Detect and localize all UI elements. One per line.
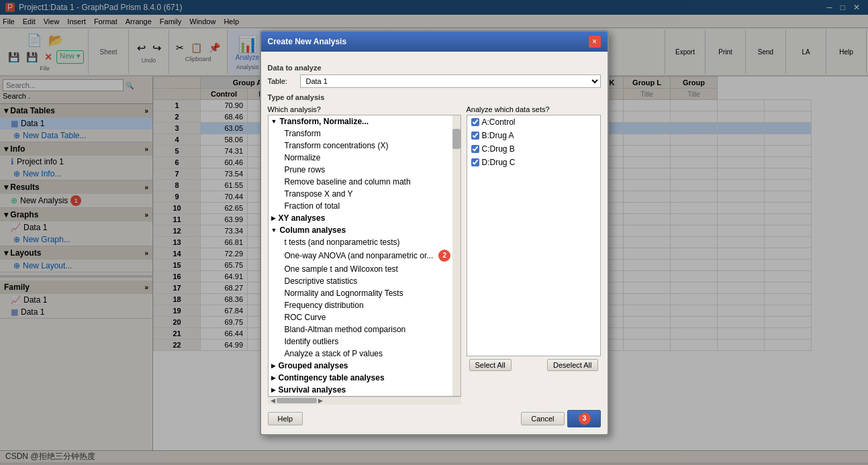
- tree-item[interactable]: Frequency distribution: [269, 299, 461, 311]
- table-label: Table:: [268, 77, 295, 85]
- dialog-buttons-row: Help Cancel 3: [268, 410, 601, 427]
- dialog-overlay: Create New Analysis × Data to analyze Ta…: [0, 0, 868, 465]
- datasets-col: Analyze which data sets? A:Control B:Dru…: [467, 105, 601, 405]
- analysis-tree[interactable]: ▼ Transform, Normalize...TransformTransf…: [268, 115, 461, 397]
- dataset-checkbox[interactable]: [471, 145, 479, 153]
- analysis-tree-col: Which analysis? ▼ Transform, Normalize..…: [268, 105, 461, 405]
- tree-item[interactable]: Prune rows: [269, 164, 461, 176]
- create-analysis-dialog: Create New Analysis × Data to analyze Ta…: [260, 30, 609, 435]
- scroll-right-btn[interactable]: ▶: [317, 397, 324, 404]
- tree-item[interactable]: Transpose X and Y: [269, 188, 461, 200]
- tree-item[interactable]: ▶ Contingency table analyses: [269, 372, 461, 384]
- data-to-analyze-label: Data to analyze: [268, 64, 601, 72]
- tree-item[interactable]: Transform: [269, 127, 461, 140]
- h-scrollbar: ◀ ▶: [268, 397, 461, 405]
- tree-item[interactable]: Remove baseline and column math: [269, 176, 461, 188]
- scroll-left-btn[interactable]: ◀: [269, 397, 277, 404]
- h-scroll-thumb: [277, 398, 317, 403]
- help-button[interactable]: Help: [268, 412, 303, 425]
- dataset-checkbox[interactable]: [471, 158, 479, 166]
- analyze-which-label: Analyze which data sets?: [467, 105, 601, 113]
- ok-badge: 3: [579, 413, 591, 425]
- table-select-row: Table: Data 1: [268, 74, 601, 88]
- tree-item[interactable]: Analyze a stack of P values: [269, 348, 461, 360]
- tree-scrollbar[interactable]: [452, 115, 461, 396]
- tree-scroll-thumb: [452, 129, 461, 149]
- dataset-item[interactable]: A:Control: [467, 115, 600, 129]
- dialog-two-col: Which analysis? ▼ Transform, Normalize..…: [268, 105, 601, 405]
- tree-item[interactable]: ▶ Grouped analyses: [269, 360, 461, 372]
- datasets-bottom: Select All Deselect All: [467, 356, 601, 374]
- tree-item[interactable]: One sample t and Wilcoxon test: [269, 263, 461, 275]
- dataset-checkbox[interactable]: [471, 118, 479, 126]
- tree-item[interactable]: ▼ Column analyses: [269, 224, 461, 236]
- tree-item[interactable]: Bland-Altman method comparison: [269, 323, 461, 335]
- tree-item[interactable]: Descriptive statistics: [269, 275, 461, 287]
- ok-button[interactable]: 3: [567, 410, 601, 427]
- tree-item[interactable]: ▼ Transform, Normalize...: [269, 115, 461, 127]
- tree-item[interactable]: Normalize: [269, 152, 461, 164]
- table-select[interactable]: Data 1: [300, 74, 601, 88]
- tree-item[interactable]: Identify outliers: [269, 335, 461, 348]
- which-analysis-label: Which analysis?: [268, 105, 461, 113]
- tree-item[interactable]: ROC Curve: [269, 311, 461, 323]
- dataset-item[interactable]: B:Drug A: [467, 129, 600, 142]
- dataset-label: D:Drug C: [482, 158, 516, 167]
- dataset-checkbox[interactable]: [471, 132, 479, 140]
- tree-item[interactable]: t tests (and nonparametric tests): [269, 236, 461, 248]
- deselect-all-button[interactable]: Deselect All: [547, 359, 597, 371]
- tree-item[interactable]: ▶ XY analyses: [269, 212, 461, 224]
- tree-item[interactable]: ▶ Survival analyses: [269, 384, 461, 396]
- dialog-title-text: Create New Analysis: [268, 37, 347, 46]
- tree-item[interactable]: Normality and Lognormality Tests: [269, 287, 461, 299]
- dataset-item[interactable]: C:Drug B: [467, 142, 600, 156]
- dataset-item[interactable]: D:Drug C: [467, 156, 600, 169]
- dataset-label: A:Control: [482, 117, 516, 127]
- datasets-panel: A:Control B:Drug A C:Drug B D:Drug C: [467, 115, 601, 356]
- tree-item[interactable]: One-way ANOVA (and nonparametric or...2: [269, 248, 461, 263]
- dialog-title-bar: Create New Analysis ×: [261, 32, 608, 52]
- dialog-close-button[interactable]: ×: [589, 36, 601, 48]
- select-all-button[interactable]: Select All: [469, 359, 512, 371]
- dialog-body: Data to analyze Table: Data 1 Type of an…: [261, 52, 608, 434]
- type-of-analysis-label: Type of analysis: [268, 93, 601, 101]
- dataset-label: C:Drug B: [482, 144, 515, 154]
- cancel-button[interactable]: Cancel: [521, 412, 564, 425]
- tree-item[interactable]: Transform concentrations (X): [269, 140, 461, 152]
- tree-item[interactable]: Fraction of total: [269, 200, 461, 212]
- dataset-label: B:Drug A: [482, 131, 514, 140]
